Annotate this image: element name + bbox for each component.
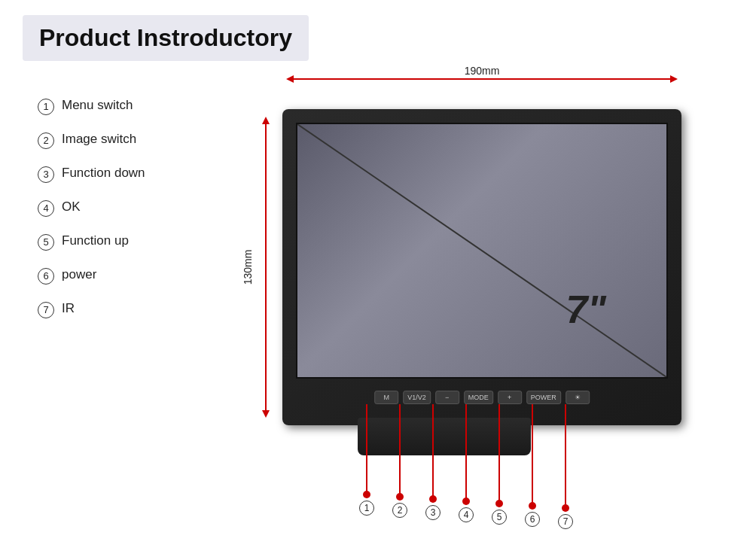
diagonal-line bbox=[297, 124, 666, 377]
callout-dot-5 bbox=[495, 500, 503, 507]
arrow-up-icon bbox=[262, 117, 270, 124]
callout-num-1: 1 bbox=[358, 501, 375, 516]
legend-item-4: 4OK bbox=[38, 199, 145, 217]
legend-item-6: 6power bbox=[38, 267, 145, 285]
legend-item-3: 3Function down bbox=[38, 166, 145, 183]
legend-label: power bbox=[62, 267, 96, 282]
callout-line-7 bbox=[565, 404, 566, 508]
legend-label: Function down bbox=[62, 166, 145, 181]
svg-line-0 bbox=[297, 124, 666, 377]
page-title: Product Instroductory bbox=[39, 24, 292, 52]
callout-dot-4 bbox=[462, 498, 470, 505]
legend-item-5: 5Function up bbox=[38, 233, 145, 251]
monitor-screen: 7" bbox=[296, 123, 668, 379]
callout-line-1 bbox=[366, 404, 367, 495]
legend-label: OK bbox=[62, 199, 81, 215]
height-dimension: 130mm bbox=[262, 117, 270, 418]
callout-dot-3 bbox=[429, 495, 437, 503]
width-label: 190mm bbox=[465, 65, 500, 77]
callout-num-7: 7 bbox=[557, 514, 574, 529]
monitor-button-4[interactable]: MODE bbox=[464, 391, 493, 404]
legend-item-2: 2Image switch bbox=[38, 132, 145, 149]
diagram: 190mm 130mm 7" MV1/V2−MODE+POWER☀ 123456… bbox=[241, 75, 723, 512]
legend-label: Menu switch bbox=[62, 98, 133, 113]
arrow-down-icon bbox=[262, 410, 270, 418]
callout-dot-2 bbox=[396, 493, 404, 501]
callout-num-4: 4 bbox=[458, 507, 474, 522]
callout-num-3: 3 bbox=[425, 505, 441, 520]
height-label: 130mm bbox=[242, 250, 254, 285]
screen-size-label: 7" bbox=[566, 287, 606, 332]
title-box: Product Instroductory bbox=[23, 15, 309, 61]
callout-dot-7 bbox=[562, 504, 569, 512]
monitor-button-1[interactable]: M bbox=[374, 391, 398, 404]
legend-item-7: 7IR bbox=[38, 301, 145, 318]
callout-num-5: 5 bbox=[491, 510, 508, 525]
legend-num: 1 bbox=[38, 99, 54, 115]
monitor-button-7[interactable]: ☀ bbox=[566, 391, 590, 404]
legend-num: 5 bbox=[38, 234, 54, 251]
legend: 1Menu switch2Image switch3Function down4… bbox=[38, 98, 145, 335]
callout-line-6 bbox=[532, 404, 533, 506]
monitor-button-5[interactable]: + bbox=[498, 391, 522, 404]
callout-num-6: 6 bbox=[524, 512, 541, 527]
callout-line-3 bbox=[432, 404, 434, 499]
legend-num: 2 bbox=[38, 132, 54, 149]
monitor-body: 7" MV1/V2−MODE+POWER☀ bbox=[282, 109, 681, 425]
callout-line-5 bbox=[498, 404, 500, 504]
legend-label: Image switch bbox=[62, 132, 136, 147]
monitor-button-6[interactable]: POWER bbox=[526, 391, 561, 404]
legend-label: Function up bbox=[62, 233, 129, 248]
legend-num: 6 bbox=[38, 268, 54, 285]
arrow-right-icon bbox=[670, 75, 678, 83]
legend-label: IR bbox=[62, 301, 75, 316]
arrow-left-icon bbox=[286, 75, 294, 83]
width-dimension: 190mm bbox=[286, 75, 678, 83]
callout-dot-1 bbox=[363, 491, 370, 498]
callout-dot-6 bbox=[529, 502, 536, 510]
monitor-button-3[interactable]: − bbox=[435, 391, 459, 404]
callout-line-4 bbox=[465, 404, 467, 501]
buttons-row: MV1/V2−MODE+POWER☀ bbox=[374, 391, 590, 404]
dimension-line: 190mm bbox=[294, 78, 670, 80]
callout-line-2 bbox=[399, 404, 401, 497]
legend-num: 4 bbox=[38, 200, 54, 217]
legend-num: 3 bbox=[38, 166, 54, 183]
callout-num-2: 2 bbox=[392, 503, 408, 518]
monitor-stand bbox=[358, 418, 531, 455]
legend-item-1: 1Menu switch bbox=[38, 98, 145, 115]
vdimension-line: 130mm bbox=[265, 124, 267, 410]
monitor-button-2[interactable]: V1/V2 bbox=[403, 391, 431, 404]
legend-num: 7 bbox=[38, 302, 54, 318]
